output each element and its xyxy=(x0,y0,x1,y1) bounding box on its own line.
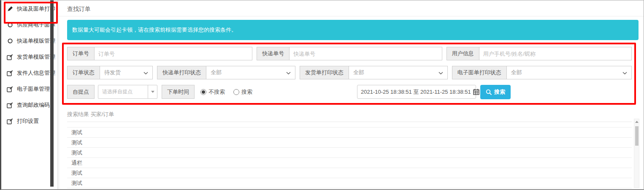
chevron-down-icon xyxy=(143,70,148,76)
time-search-radios: 不搜索 搜索 xyxy=(200,85,252,99)
order-status-group: 订单状态 待发货 xyxy=(67,66,153,79)
scrollbar-thumb[interactable] xyxy=(635,126,639,146)
results-list: 测试 测试 测试 通栏 测试 测试 xyxy=(67,127,632,188)
sidebar-item-label: 电子面单管理 xyxy=(17,85,50,93)
invoice-print-status-label: 发货单打印状态 xyxy=(300,66,349,79)
ewaybill-print-status-select[interactable]: 全部 xyxy=(506,66,632,79)
tracking-no-group: 快递单号 xyxy=(257,47,442,60)
user-info-input[interactable] xyxy=(479,47,632,60)
sidebar-item-express-template[interactable]: 快递单模版管理 xyxy=(1,33,57,49)
result-row[interactable]: 测试 xyxy=(67,138,632,148)
sidebar-item-label: 发件人信息管理 xyxy=(17,69,55,77)
page-title: 查找订单 xyxy=(58,0,644,16)
app-window: 快递及面单打印 供应商电子面单 快递单模版管理 发货单模版管理 发件人信息管理 xyxy=(0,0,644,190)
sidebar: 快递及面单打印 供应商电子面单 快递单模版管理 发货单模版管理 发件人信息管理 xyxy=(1,0,57,189)
invoice-print-status-value: 全部 xyxy=(353,69,364,76)
filter-row-2: 订单状态 待发货 快递单打印状态 全部 发货单打印状态 xyxy=(67,66,632,79)
results-scrollbar[interactable] xyxy=(634,119,639,188)
express-print-status-label: 快递单打印状态 xyxy=(157,66,206,79)
order-time-label: 下单时间 xyxy=(162,85,195,99)
result-row[interactable]: 测试 xyxy=(67,128,632,138)
order-no-input[interactable] xyxy=(94,47,252,60)
edit-icon xyxy=(7,86,13,92)
ewaybill-print-status-value: 全部 xyxy=(511,69,522,76)
search-button-label: 搜索 xyxy=(494,88,505,96)
express-print-status-value: 全部 xyxy=(211,69,222,76)
sidebar-item-label: 发货单模版管理 xyxy=(17,53,55,61)
tracking-no-label: 快递单号 xyxy=(257,47,289,60)
results-section: 搜索结果 买家/订单 测试 测试 测试 通栏 测试 测试 xyxy=(67,111,639,190)
radio-dot xyxy=(233,89,239,95)
order-no-group: 订单号 xyxy=(67,47,252,60)
pencil-icon xyxy=(7,6,13,12)
order-status-select[interactable]: 待发货 xyxy=(100,66,153,79)
date-range-value: 2021-10-25 18:38:51 至 2021-11-25 18:38:5… xyxy=(361,88,471,96)
magnifier-icon xyxy=(486,89,492,95)
pickup-point-label: 自提点 xyxy=(67,85,95,99)
results-header: 搜索结果 买家/订单 xyxy=(67,111,632,118)
search-button[interactable]: 搜索 xyxy=(480,85,511,99)
tracking-no-input[interactable] xyxy=(289,47,442,60)
ewaybill-print-status-group: 电子面单打印状态 全部 xyxy=(452,66,632,79)
sidebar-item-label: 快递及面单打印 xyxy=(17,5,55,13)
divider xyxy=(67,122,632,122)
chevron-down-icon xyxy=(438,70,443,76)
edit-icon xyxy=(7,102,13,109)
invoice-print-status-group: 发货单打印状态 全部 xyxy=(300,66,448,79)
caret-down-icon xyxy=(148,85,157,98)
sidebar-scrollbar[interactable] xyxy=(50,0,54,187)
filter-panel: 订单号 快递单号 用户信息 订单状态 待发货 xyxy=(67,40,639,104)
radio-dot xyxy=(200,89,206,95)
radio-search[interactable]: 搜索 xyxy=(233,88,252,96)
radio-no-search[interactable]: 不搜索 xyxy=(200,88,225,96)
radio-no-search-label: 不搜索 xyxy=(208,88,225,96)
edit-icon xyxy=(7,70,13,76)
date-range-input[interactable]: 2021-10-25 18:38:51 至 2021-11-25 18:38:5… xyxy=(357,85,476,99)
result-row[interactable]: 测试 xyxy=(67,168,632,178)
sidebar-item-sender-info[interactable]: 发件人信息管理 xyxy=(1,65,57,81)
sidebar-item-express-print[interactable]: 快递及面单打印 xyxy=(1,1,57,17)
sidebar-item-invoice-template[interactable]: 发货单模版管理 xyxy=(1,49,57,65)
circle-icon xyxy=(7,38,13,44)
edit-icon xyxy=(7,54,13,60)
notice-banner: 数据量大可能会引起卡顿，请在搜索前根据需要选择您的搜索条件。 xyxy=(67,20,639,40)
filter-row-3: 自提点 请选择自提点 下单时间 不搜索 搜索 xyxy=(67,85,632,99)
express-print-status-group: 快递单打印状态 全部 xyxy=(157,66,295,79)
filter-row-1: 订单号 快递单号 用户信息 xyxy=(67,47,632,60)
invoice-print-status-select[interactable]: 全部 xyxy=(349,66,448,79)
pickup-point-placeholder: 请选择自提点 xyxy=(98,88,148,95)
chevron-down-icon xyxy=(622,70,627,76)
sidebar-item-label: 查询邮政编码 xyxy=(17,101,50,109)
order-status-label: 订单状态 xyxy=(67,66,100,79)
circle-icon xyxy=(7,22,13,28)
user-info-label: 用户信息 xyxy=(446,47,479,60)
notice-text: 数据量大可能会引起卡顿，请在搜索前根据需要选择您的搜索条件。 xyxy=(72,27,237,33)
calendar-icon xyxy=(473,89,479,95)
sidebar-item-postcode-query[interactable]: 查询邮政编码 xyxy=(1,97,57,113)
ewaybill-print-status-label: 电子面单打印状态 xyxy=(452,66,506,79)
edit-icon xyxy=(7,118,13,125)
sidebar-item-label: 打印设置 xyxy=(17,117,39,125)
pickup-point-select[interactable]: 请选择自提点 xyxy=(98,85,157,99)
radio-search-label: 搜索 xyxy=(241,88,252,96)
sidebar-item-ewaybill-manage[interactable]: 电子面单管理 xyxy=(1,81,57,97)
sidebar-item-print-settings[interactable]: 打印设置 xyxy=(1,113,57,129)
result-row[interactable]: 通栏 xyxy=(67,158,632,168)
chevron-down-icon xyxy=(286,70,291,76)
result-row[interactable]: 测试 xyxy=(67,178,632,188)
sidebar-item-supplier-ewaybill[interactable]: 供应商电子面单 xyxy=(1,17,57,33)
user-info-group: 用户信息 xyxy=(446,47,632,60)
sidebar-item-label: 快递单模版管理 xyxy=(17,37,55,45)
express-print-status-select[interactable]: 全部 xyxy=(206,66,295,79)
sidebar-item-label: 供应商电子面单 xyxy=(17,21,55,29)
order-status-value: 待发货 xyxy=(104,69,121,76)
main-content: 查找订单 数据量大可能会引起卡顿，请在搜索前根据需要选择您的搜索条件。 订单号 … xyxy=(57,0,644,189)
order-no-label: 订单号 xyxy=(67,47,94,60)
arrow-up-icon xyxy=(635,121,639,123)
result-row[interactable]: 测试 xyxy=(67,148,632,158)
